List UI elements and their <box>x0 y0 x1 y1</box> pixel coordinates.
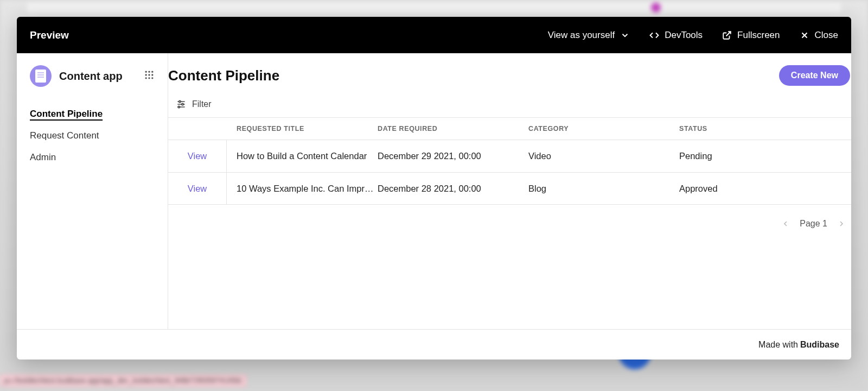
filter-icon <box>176 99 187 110</box>
close-icon <box>800 30 809 40</box>
apps-grid-button[interactable] <box>144 70 155 83</box>
sidebar: Content app Content Pipeline Request Con… <box>17 53 168 329</box>
preview-modal: Preview View as yourself DevTools Fullsc… <box>17 17 851 360</box>
svg-point-4 <box>148 71 150 73</box>
footer: Made with Budibase <box>17 329 851 360</box>
cell-date: December 29 2021, 00:00 <box>378 151 528 161</box>
col-header-date: DATE REQUIRED <box>378 125 528 133</box>
cell-status: Pending <box>679 151 851 161</box>
apps-grid-icon <box>144 70 155 80</box>
page-label: Page 1 <box>800 219 827 229</box>
close-label: Close <box>815 30 838 41</box>
table-row: View How to Build a Content Calendar Dec… <box>168 140 851 172</box>
sidebar-item-admin[interactable]: Admin <box>30 147 155 168</box>
devtools-label: DevTools <box>665 30 703 41</box>
cell-category: Video <box>528 151 679 161</box>
svg-point-9 <box>145 77 147 79</box>
col-header-category: CATEGORY <box>528 125 679 133</box>
col-header-title: REQUESTED TITLE <box>227 125 378 133</box>
app-name: Content app <box>59 70 123 83</box>
page-title: Content Pipeline <box>168 67 279 84</box>
view-link[interactable]: View <box>188 184 207 194</box>
sidebar-item-content-pipeline[interactable]: Content Pipeline <box>30 103 155 125</box>
view-link[interactable]: View <box>188 151 207 161</box>
footer-brand: Budibase <box>800 340 839 350</box>
cell-title: 10 Ways Example Inc. Can Impr… <box>227 184 378 194</box>
external-link-icon <box>722 30 732 40</box>
svg-point-13 <box>179 100 181 102</box>
cell-status: Approved <box>679 184 851 194</box>
svg-point-7 <box>148 74 150 75</box>
url-hint: ps://boldtechtest.budibase.app/app_dev_b… <box>0 375 246 387</box>
preview-header: Preview View as yourself DevTools Fullsc… <box>17 17 851 53</box>
cell-category: Blog <box>528 184 679 194</box>
preview-title: Preview <box>30 29 69 41</box>
filter-button[interactable]: Filter <box>168 93 851 117</box>
cell-title: How to Build a Content Calendar <box>227 151 378 161</box>
col-header-status: STATUS <box>679 125 851 133</box>
svg-point-8 <box>151 74 153 75</box>
code-icon <box>649 30 659 40</box>
page-next-button[interactable] <box>837 219 846 228</box>
pagination: Page 1 <box>168 205 851 243</box>
svg-line-0 <box>726 31 731 36</box>
content-table: REQUESTED TITLE DATE REQUIRED CATEGORY S… <box>168 117 851 205</box>
chevron-left-icon <box>781 219 790 228</box>
svg-point-17 <box>178 106 180 108</box>
devtools-button[interactable]: DevTools <box>649 30 703 41</box>
filter-label: Filter <box>192 99 212 109</box>
chevron-down-icon <box>620 30 630 40</box>
fullscreen-label: Fullscreen <box>737 30 780 41</box>
svg-point-5 <box>151 71 153 73</box>
svg-point-10 <box>148 77 150 79</box>
chevron-right-icon <box>837 219 846 228</box>
svg-point-15 <box>182 103 183 105</box>
fullscreen-button[interactable]: Fullscreen <box>722 30 780 41</box>
app-icon <box>30 65 52 87</box>
cell-date: December 28 2021, 00:00 <box>378 184 528 194</box>
svg-point-11 <box>151 77 153 79</box>
table-row: View 10 Ways Example Inc. Can Impr… Dece… <box>168 172 851 205</box>
svg-point-6 <box>145 74 147 75</box>
create-new-button[interactable]: Create New <box>779 65 850 86</box>
table-header-row: REQUESTED TITLE DATE REQUIRED CATEGORY S… <box>168 118 851 140</box>
close-button[interactable]: Close <box>800 30 838 41</box>
page-prev-button[interactable] <box>781 219 790 228</box>
main-content: Content Pipeline Create New Filter REQUE… <box>168 53 851 329</box>
svg-point-3 <box>145 71 147 73</box>
view-as-label: View as yourself <box>548 30 615 41</box>
footer-prefix: Made with <box>758 340 798 350</box>
view-as-dropdown[interactable]: View as yourself <box>548 30 630 41</box>
sidebar-item-request-content[interactable]: Request Content <box>30 125 155 147</box>
